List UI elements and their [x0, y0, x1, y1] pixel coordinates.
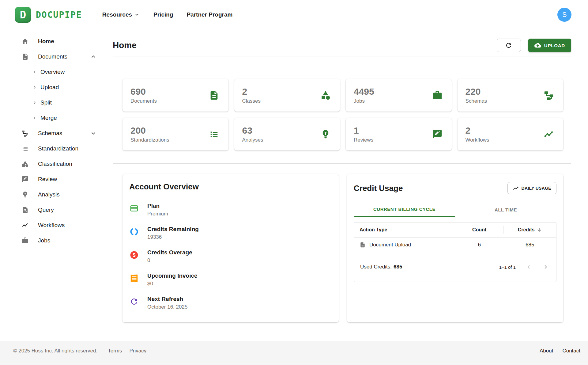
trending-icon	[21, 222, 29, 229]
daily-usage-button[interactable]: DAILY USAGE	[507, 182, 556, 194]
footer-link-privacy[interactable]: Privacy	[130, 348, 147, 354]
account-item-label: Plan	[147, 203, 168, 209]
stat-label: Workflows	[466, 137, 489, 143]
chevron-down-icon	[134, 12, 140, 18]
document-icon	[360, 242, 366, 248]
sidebar-item-schemas[interactable]: Schemas	[0, 126, 106, 141]
refresh-button[interactable]	[497, 39, 521, 52]
dollar-icon	[130, 250, 139, 260]
copyright-text: © 2025 Hoss Inc. All rights reserved.	[13, 348, 97, 354]
used-credits-value: 685	[394, 264, 402, 270]
account-item-credits-remaining: Credits Remaining 19336	[130, 226, 332, 240]
stat-card-workflows[interactable]: 2 Workflows	[458, 118, 564, 150]
chevron-right-icon	[32, 85, 37, 90]
daily-usage-label: DAILY USAGE	[522, 186, 551, 191]
sidebar-item-classification[interactable]: Classification	[0, 156, 106, 172]
sidebar-item-query[interactable]: Query	[0, 202, 106, 218]
column-header-action-type[interactable]: Action Type	[354, 222, 455, 237]
chevron-up-icon[interactable]	[90, 53, 97, 60]
home-icon	[21, 38, 29, 45]
sidebar-subitem-upload[interactable]: Upload	[0, 80, 106, 95]
document-search-icon	[21, 206, 29, 214]
sidebar-item-label: Documents	[38, 53, 67, 60]
rate-review-icon	[432, 129, 443, 139]
credit-usage-tabs: CURRENT BILLING CYCLE ALL TIME	[354, 202, 556, 217]
sidebar-item-workflows[interactable]: Workflows	[0, 218, 106, 233]
sidebar-item-standardization[interactable]: Standardization	[0, 141, 106, 156]
pagination-next-button[interactable]	[541, 263, 550, 271]
sidebar-item-analysis[interactable]: Analysis	[0, 187, 106, 202]
lightbulb-icon	[320, 129, 331, 139]
stat-card-reviews[interactable]: 1 Reviews	[346, 118, 452, 150]
credit-usage-table: Action Type Count Credits Do	[354, 222, 556, 282]
brand-logo[interactable]: D DOCUPIPE	[15, 7, 82, 23]
tab-current-billing-cycle[interactable]: CURRENT BILLING CYCLE	[354, 202, 455, 217]
refresh-icon	[130, 297, 139, 306]
sidebar-item-jobs[interactable]: Jobs	[0, 233, 106, 248]
data-usage-icon	[130, 227, 139, 236]
sidebar-item-label: Review	[38, 176, 57, 183]
sidebar-subitem-merge[interactable]: Merge	[0, 110, 106, 126]
stat-card-analyses[interactable]: 63 Analyses	[234, 118, 340, 150]
footer-link-about[interactable]: About	[540, 348, 553, 354]
sidebar-subitem-label: Overview	[40, 69, 65, 75]
stat-label: Analyses	[242, 137, 263, 143]
sidebar-item-label: Jobs	[38, 237, 50, 244]
stat-value: 1	[354, 125, 373, 136]
column-header-credits[interactable]: Credits	[503, 222, 556, 237]
sidebar-item-home[interactable]: Home	[0, 34, 106, 49]
column-header-label: Credits	[518, 227, 535, 233]
account-item-value: 19336	[147, 234, 199, 240]
stat-value: 220	[466, 86, 487, 97]
stat-card-documents[interactable]: 690 Documents	[123, 79, 228, 112]
account-item-next-refresh: Next Refresh October 16, 2025	[130, 296, 332, 310]
table-row[interactable]: Document Upload 6 685	[354, 237, 556, 252]
credit-usage-card: Credit Usage DAILY USAGE CURRENT BILLING…	[347, 174, 563, 322]
stat-value: 690	[130, 86, 157, 97]
rate-review-icon	[21, 176, 29, 183]
lightbulb-icon	[21, 191, 29, 198]
footer-link-contact[interactable]: Contact	[562, 348, 580, 354]
account-overview-title: Account Overview	[129, 182, 332, 192]
account-item-value: October 16, 2025	[147, 304, 187, 310]
schema-icon	[21, 130, 29, 137]
stat-card-jobs[interactable]: 4495 Jobs	[346, 79, 452, 112]
briefcase-icon	[21, 237, 29, 244]
footer-link-terms[interactable]: Terms	[108, 348, 122, 354]
sort-descending-icon[interactable]	[537, 227, 542, 233]
nav-resources[interactable]: Resources	[102, 11, 140, 18]
stat-card-classes[interactable]: 2 Classes	[234, 79, 340, 112]
stat-card-schemas[interactable]: 220 Schemas	[458, 79, 564, 112]
column-header-count[interactable]: Count	[455, 222, 503, 237]
main-content: Home UPLOAD 690 Documents 2	[106, 29, 588, 341]
avatar[interactable]: S	[557, 8, 571, 22]
sidebar-item-label: Query	[38, 207, 54, 213]
nav-pricing[interactable]: Pricing	[153, 11, 173, 18]
stat-card-standardizations[interactable]: 200 Standardizations	[123, 118, 228, 150]
account-item-label: Credits Remaining	[147, 226, 199, 233]
pagination-prev-button[interactable]	[524, 263, 533, 271]
tab-all-time[interactable]: ALL TIME	[455, 202, 556, 217]
account-item-label: Next Refresh	[147, 296, 187, 302]
sidebar-item-label: Standardization	[38, 145, 78, 152]
sidebar-item-documents[interactable]: Documents	[0, 49, 106, 64]
stat-label: Jobs	[354, 98, 374, 104]
section-divider	[113, 163, 571, 164]
nav-partner-program[interactable]: Partner Program	[187, 11, 232, 18]
cell-count: 6	[455, 242, 503, 248]
sidebar-item-review[interactable]: Review	[0, 172, 106, 187]
chevron-down-icon[interactable]	[90, 130, 97, 137]
sidebar-subitem-split[interactable]: Split	[0, 95, 106, 110]
upload-button-label: UPLOAD	[544, 43, 565, 48]
column-header-label: Action Type	[360, 227, 387, 233]
pagination-range: 1–1 of 1	[499, 264, 516, 270]
account-item-credits-overage: Credits Overage 0	[130, 249, 332, 264]
stat-label: Standardizations	[130, 137, 169, 143]
account-item-label: Upcoming Invoice	[147, 272, 198, 279]
sidebar-subitem-overview[interactable]: Overview	[0, 64, 106, 80]
upload-button[interactable]: UPLOAD	[528, 39, 571, 52]
sidebar-subitem-label: Split	[40, 99, 52, 106]
refresh-icon	[505, 42, 512, 49]
cell-credits: 685	[503, 242, 556, 248]
sidebar-item-label: Workflows	[38, 222, 65, 229]
